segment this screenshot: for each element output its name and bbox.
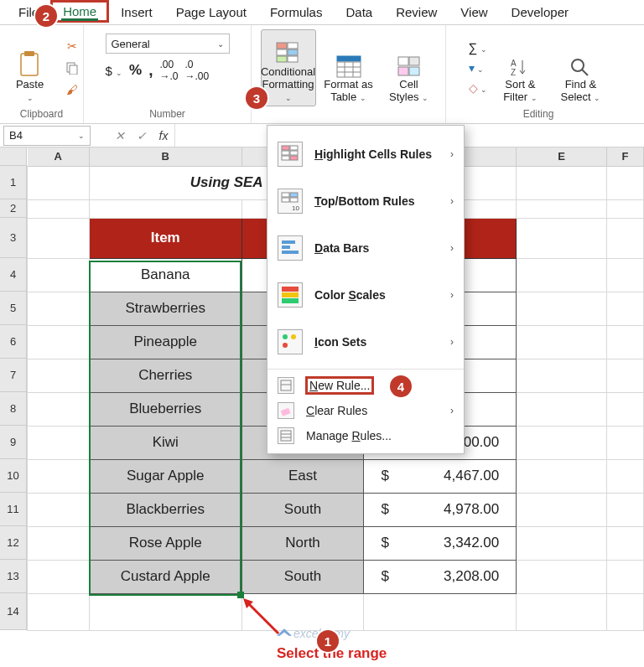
cell-item[interactable]: Custard Apple [89,560,242,593]
find-select-button[interactable]: Find &Select ⌄ [553,29,608,106]
menu-manage-rules[interactable]: Manage Rules... [267,423,464,448]
format-as-table-button[interactable]: Format asTable ⌄ [321,29,377,106]
svg-rect-44 [281,380,291,390]
svg-text:A: A [511,59,517,68]
col-header[interactable]: E [517,147,607,166]
row-header[interactable]: 9 [0,426,27,459]
cell-styles-button[interactable]: CellStyles ⌄ [382,29,437,106]
cell-item[interactable]: Kiwi [89,426,242,459]
cell-region[interactable]: South [242,493,364,526]
cell-item[interactable]: Banana [89,258,242,292]
row-header[interactable]: 2 [0,199,27,218]
menu-clear-rules[interactable]: Clear Rules › [267,398,464,423]
cell-amount[interactable]: $3,342.00 [364,526,517,560]
submenu-arrow-icon: › [450,148,454,160]
cell-region[interactable]: East [242,459,364,493]
conditional-formatting-button[interactable]: ConditionalFormatting ⌄ [261,29,316,106]
ribbon: Paste⌄ ✂ 🖌 Clipboard General ⌄ $ ⌄ % , .… [0,25,644,124]
cancel-formula-button[interactable]: ✕ [109,129,131,142]
cell-amount[interactable]: $4,467.00 [364,459,517,493]
cell-item[interactable]: Sugar Apple [89,459,242,493]
tab-developer[interactable]: Developer [500,2,580,23]
number-group-label: Number [148,106,187,122]
row-header[interactable]: 3 [0,218,27,258]
number-format-dropdown[interactable]: General ⌄ [106,34,230,54]
svg-line-23 [582,70,588,75]
cell-styles-icon [397,55,422,79]
percent-format-button[interactable]: % [129,62,142,79]
menu-new-rule[interactable]: New Rule... [267,373,464,398]
menu-highlight-cells-rules[interactable]: Highlight Cells Rules › [267,131,464,178]
col-header[interactable]: B [89,147,242,166]
table-icon [336,55,361,79]
menu-color-scales[interactable]: Color Scales › [267,271,464,318]
fx-button[interactable]: fx [153,129,174,142]
cell-region[interactable]: North [242,526,364,560]
row-header[interactable]: 1 [0,166,27,199]
tab-page-layout[interactable]: Page Layout [164,2,258,23]
tab-review[interactable]: Review [384,2,449,23]
row-header[interactable]: 12 [0,526,27,560]
comma-format-button[interactable]: , [148,61,153,80]
sort-filter-button[interactable]: AZ Sort &Filter ⌄ [492,29,548,106]
row-header[interactable]: 5 [0,292,27,325]
cut-button[interactable]: ✂ [63,37,81,55]
row-header[interactable]: 10 [0,459,27,493]
row-header[interactable]: 7 [0,359,27,392]
header-item[interactable]: Item [89,218,242,258]
annotation-arrow [242,597,283,639]
cell-amount[interactable]: $4,978.00 [364,493,517,526]
chevron-down-icon: ⌄ [78,132,85,140]
clipboard-group-label: Clipboard [18,106,65,122]
col-header[interactable]: F [607,147,644,166]
row-header[interactable]: 8 [0,392,27,426]
cell-amount[interactable]: $3,208.00 [364,560,517,593]
row-header[interactable]: 11 [0,493,27,526]
accounting-format-button[interactable]: $ ⌄ [106,64,123,78]
annotation-badge-3: 3 [246,87,267,109]
svg-rect-6 [277,49,287,55]
autosum-button[interactable]: ∑ ⌄ [469,40,488,54]
row-header[interactable]: 14 [0,593,27,630]
menu-icon-sets[interactable]: Icon Sets › [267,318,464,365]
col-header[interactable]: A [28,147,90,166]
ribbon-tabs: File Home Insert Page Layout Formulas Da… [0,0,644,25]
menu-data-bars[interactable]: Data Bars › [267,225,464,271]
name-box[interactable]: B4 ⌄ [3,126,91,146]
cell-item[interactable]: Pineapple [89,325,242,359]
svg-rect-5 [288,43,298,49]
enter-formula-button[interactable]: ✓ [131,129,153,142]
tab-insert[interactable]: Insert [109,2,164,23]
find-select-label: Find &Select [561,78,597,103]
tab-view[interactable]: View [449,2,499,23]
svg-rect-17 [409,57,419,65]
cell-item[interactable]: Blueberries [89,392,242,426]
row-header[interactable]: 13 [0,560,27,593]
cell-item[interactable]: Blackberries [89,493,242,526]
increase-decimal-button[interactable]: .00→.0 [159,59,178,82]
cell-item[interactable]: Cherries [89,359,242,392]
tab-formulas[interactable]: Formulas [258,2,335,23]
svg-rect-18 [398,67,408,75]
menu-top-bottom-rules[interactable]: 10 Top/Bottom Rules › [267,178,464,225]
cell-item[interactable]: Strawberries [89,292,242,325]
watermark: exceldemy [277,627,350,640]
decrease-decimal-button[interactable]: .0→.00 [184,59,209,82]
eraser-icon: ◇ [469,81,478,95]
row-header[interactable]: 6 [0,325,27,359]
tab-home[interactable]: Home [50,0,109,23]
format-painter-button[interactable]: 🖌 [63,80,81,99]
svg-rect-10 [337,56,361,61]
copy-button[interactable] [63,59,81,77]
clear-rules-icon [278,402,294,419]
paste-button[interactable]: Paste⌄ [3,29,58,106]
tab-data[interactable]: Data [334,2,384,23]
cell-item[interactable]: Rose Apple [89,526,242,560]
svg-point-22 [572,59,584,71]
clear-button[interactable]: ◇ ⌄ [469,81,488,95]
annotation-badge-4: 4 [390,375,412,397]
fill-button[interactable]: ▾ ⌄ [469,61,485,75]
cell-region[interactable]: South [242,560,364,593]
select-all-corner[interactable] [0,147,27,166]
row-header[interactable]: 4 [0,258,27,292]
